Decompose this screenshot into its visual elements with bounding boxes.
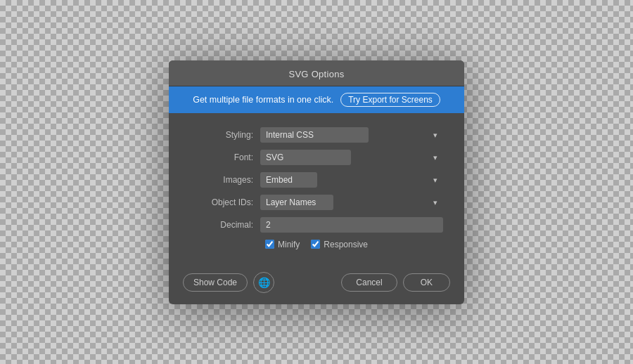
font-row: Font: SVG Convert to Outline None [190,150,443,165]
responsive-checkbox-label[interactable]: Responsive [311,240,368,249]
export-banner: Get multiple file formats in one click. … [169,86,464,113]
svg-options-dialog: SVG Options Get multiple file formats in… [169,60,464,304]
styling-select[interactable]: Internal CSS Presentation Attributes CSS… [260,127,369,143]
dialog-title: SVG Options [288,69,344,79]
try-export-button[interactable]: Try Export for Screens [340,93,440,107]
font-select-wrapper: SVG Convert to Outline None [260,150,443,165]
object-ids-row: Object IDs: Layer Names Minimal None [190,195,443,210]
decimal-label: Decimal: [190,220,253,230]
dialog-titlebar: SVG Options [169,60,464,86]
minify-label: Minify [278,240,300,249]
responsive-checkbox[interactable] [311,240,320,249]
font-select[interactable]: SVG Convert to Outline None [260,150,351,165]
globe-button[interactable]: 🌐 [253,272,274,293]
object-ids-select-wrapper: Layer Names Minimal None [260,195,443,210]
ok-button[interactable]: OK [403,273,450,292]
dialog-body: Styling: Internal CSS Presentation Attri… [169,113,464,265]
images-row: Images: Embed Link Preserve [190,172,443,188]
checkboxes-row: Minify Responsive [190,240,443,249]
font-label: Font: [190,152,253,162]
object-ids-label: Object IDs: [190,197,253,207]
images-select[interactable]: Embed Link Preserve [260,172,317,188]
globe-icon: 🌐 [258,277,270,288]
minify-checkbox[interactable] [265,240,274,249]
object-ids-select[interactable]: Layer Names Minimal None [260,195,333,210]
styling-row: Styling: Internal CSS Presentation Attri… [190,127,443,143]
minify-checkbox-label[interactable]: Minify [265,240,300,249]
show-code-button[interactable]: Show Code [183,273,248,292]
dialog-shadow: SVG Options Get multiple file formats in… [169,60,464,304]
styling-label: Styling: [190,130,253,140]
images-select-wrapper: Embed Link Preserve [260,172,443,188]
cancel-button[interactable]: Cancel [341,273,397,292]
decimal-row: Decimal: [190,217,443,233]
images-label: Images: [190,175,253,185]
dialog-footer: Show Code 🌐 Cancel OK [169,265,464,304]
styling-select-wrapper: Internal CSS Presentation Attributes CSS… [260,127,443,143]
responsive-label: Responsive [324,240,368,249]
banner-text: Get multiple file formats in one click. [193,95,333,105]
decimal-input[interactable] [260,217,443,233]
